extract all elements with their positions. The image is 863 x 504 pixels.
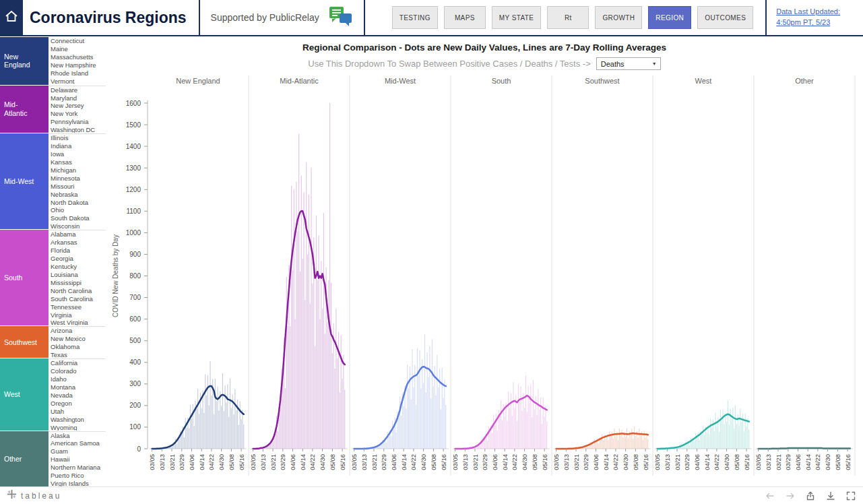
region-color-block[interactable]: West: [0, 358, 49, 430]
state-item[interactable]: Texas: [51, 351, 106, 358]
state-item[interactable]: Ohio: [51, 206, 106, 214]
publicrelay-logo-icon: [329, 5, 353, 30]
state-item[interactable]: Iowa: [51, 150, 106, 158]
state-item[interactable]: Connecticut: [51, 37, 106, 45]
state-item[interactable]: Wyoming: [51, 424, 106, 431]
svg-text:04/14: 04/14: [703, 454, 711, 470]
region-color-block[interactable]: Mid-West: [0, 133, 49, 229]
state-item[interactable]: Illinois: [51, 134, 106, 142]
svg-text:05/08: 05/08: [834, 454, 841, 470]
state-item[interactable]: Nebraska: [51, 191, 106, 199]
region-color-block[interactable]: New England: [0, 37, 49, 85]
state-item[interactable]: Indiana: [51, 142, 106, 150]
region-color-block[interactable]: Other: [0, 431, 49, 486]
state-item[interactable]: New Mexico: [51, 335, 106, 343]
region-color-block[interactable]: Mid-Atlantic: [0, 86, 49, 133]
state-item[interactable]: Hawaii: [51, 455, 106, 464]
state-item[interactable]: Maryland: [51, 94, 106, 102]
state-item[interactable]: Oregon: [51, 400, 106, 408]
svg-text:03/21: 03/21: [573, 454, 580, 470]
nav-growth-button[interactable]: GROWTH: [595, 6, 642, 29]
data-last-updated-link[interactable]: Data Last Updated: 4:50pm PT, 5/23: [776, 7, 840, 28]
region-color-block[interactable]: Southwest: [0, 326, 49, 358]
fullscreen-icon[interactable]: [845, 491, 856, 501]
nav-region-button[interactable]: REGION: [648, 6, 691, 29]
state-item[interactable]: West Virginia: [51, 319, 106, 325]
state-item[interactable]: Virginia: [51, 311, 106, 319]
share-icon[interactable]: [805, 491, 816, 501]
state-item[interactable]: Wisconsin: [51, 222, 106, 229]
metric-dropdown[interactable]: Deaths ▼: [596, 57, 661, 70]
state-item[interactable]: Missouri: [51, 183, 106, 191]
state-item[interactable]: Vermont: [51, 77, 106, 85]
state-item[interactable]: Nevada: [51, 391, 106, 400]
state-item[interactable]: Arkansas: [51, 239, 106, 247]
state-item[interactable]: American Samoa: [51, 439, 106, 447]
svg-text:05/08: 05/08: [430, 454, 437, 470]
state-item[interactable]: Montana: [51, 383, 106, 391]
svg-text:04/14: 04/14: [501, 454, 509, 470]
state-item[interactable]: Arizona: [51, 327, 106, 335]
region-color-block[interactable]: South: [0, 230, 49, 325]
svg-text:03/29: 03/29: [178, 454, 185, 470]
state-item[interactable]: Florida: [51, 247, 106, 255]
nav-my-state-button[interactable]: MY STATE: [492, 6, 542, 29]
state-item[interactable]: Guam: [51, 447, 106, 455]
svg-text:05/08: 05/08: [531, 454, 538, 470]
state-item[interactable]: California: [51, 359, 106, 367]
state-item[interactable]: Alaska: [51, 432, 106, 440]
state-item[interactable]: Alabama: [51, 230, 106, 239]
state-item[interactable]: Massachusetts: [51, 53, 106, 61]
state-item[interactable]: Mississippi: [51, 279, 106, 287]
state-item[interactable]: Georgia: [51, 255, 106, 263]
state-item[interactable]: Idaho: [51, 375, 106, 383]
state-item[interactable]: New Jersey: [51, 102, 106, 110]
state-item[interactable]: Delaware: [51, 86, 106, 94]
state-item[interactable]: Pennsylvania: [51, 118, 106, 126]
state-item[interactable]: Kansas: [51, 158, 106, 166]
state-item[interactable]: New York: [51, 110, 106, 118]
nav-testing-button[interactable]: TESTING: [392, 6, 438, 29]
svg-text:03/13: 03/13: [259, 454, 267, 470]
state-item[interactable]: Puerto Rico: [51, 472, 106, 480]
state-item[interactable]: Washington DC: [51, 126, 106, 133]
tableau-logo[interactable]: tableau: [7, 489, 61, 502]
svg-text:04/22: 04/22: [511, 454, 518, 470]
download-icon[interactable]: [825, 491, 836, 501]
state-item[interactable]: Kentucky: [51, 263, 106, 271]
state-item[interactable]: Minnesota: [51, 175, 106, 183]
state-item[interactable]: Northern Mariana: [51, 464, 106, 472]
state-item[interactable]: North Dakota: [51, 199, 106, 207]
state-item[interactable]: South Dakota: [51, 214, 106, 222]
svg-text:03/05: 03/05: [249, 454, 257, 470]
svg-text:05/16: 05/16: [440, 454, 447, 470]
svg-text:100: 100: [129, 423, 141, 431]
state-item[interactable]: Colorado: [51, 367, 106, 375]
state-item[interactable]: Tennessee: [51, 303, 106, 311]
state-item[interactable]: Maine: [51, 45, 106, 53]
state-item[interactable]: Virgin Islands: [51, 480, 106, 486]
nav-rt-button[interactable]: Rt: [547, 6, 589, 29]
state-item[interactable]: Oklahoma: [51, 343, 106, 351]
sidebar-region-new-england: New EnglandConnecticutMaineMassachusetts…: [0, 36, 106, 85]
svg-text:03/13: 03/13: [765, 454, 772, 470]
state-item[interactable]: Utah: [51, 408, 106, 416]
state-item[interactable]: Rhode Island: [51, 69, 106, 77]
regional-comparison-chart[interactable]: 0100200300400500600700800900100011001200…: [106, 73, 863, 480]
state-item[interactable]: Louisiana: [51, 271, 106, 279]
redo-arrow-icon[interactable]: [785, 491, 796, 501]
nav-maps-button[interactable]: MAPS: [444, 6, 486, 29]
svg-text:1100: 1100: [126, 208, 141, 215]
state-item[interactable]: Washington: [51, 416, 106, 424]
state-item[interactable]: North Carolina: [51, 287, 106, 295]
state-item[interactable]: South Carolina: [51, 295, 106, 303]
nav-outcomes-button[interactable]: OUTCOMES: [697, 6, 753, 29]
state-item[interactable]: Michigan: [51, 166, 106, 175]
svg-text:04/22: 04/22: [814, 454, 821, 470]
home-button[interactable]: [0, 0, 23, 36]
state-item[interactable]: New Hampshire: [51, 61, 106, 69]
svg-text:05/16: 05/16: [743, 454, 750, 470]
undo-arrow-icon[interactable]: [765, 491, 775, 501]
svg-text:1300: 1300: [126, 164, 141, 172]
svg-text:04/22: 04/22: [612, 454, 619, 470]
